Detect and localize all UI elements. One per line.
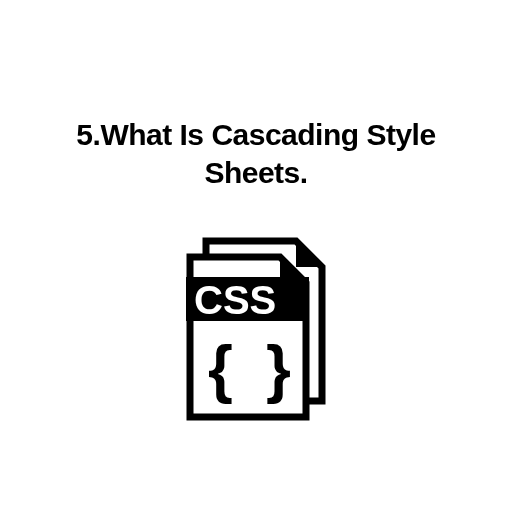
css-file-icon: CSS { } xyxy=(156,231,356,431)
svg-text:}: } xyxy=(266,333,291,405)
css-file-label: CSS xyxy=(194,278,276,322)
svg-text:{: { xyxy=(208,333,233,405)
page-title: 5.What Is Cascading Style Sheets. xyxy=(46,116,466,191)
